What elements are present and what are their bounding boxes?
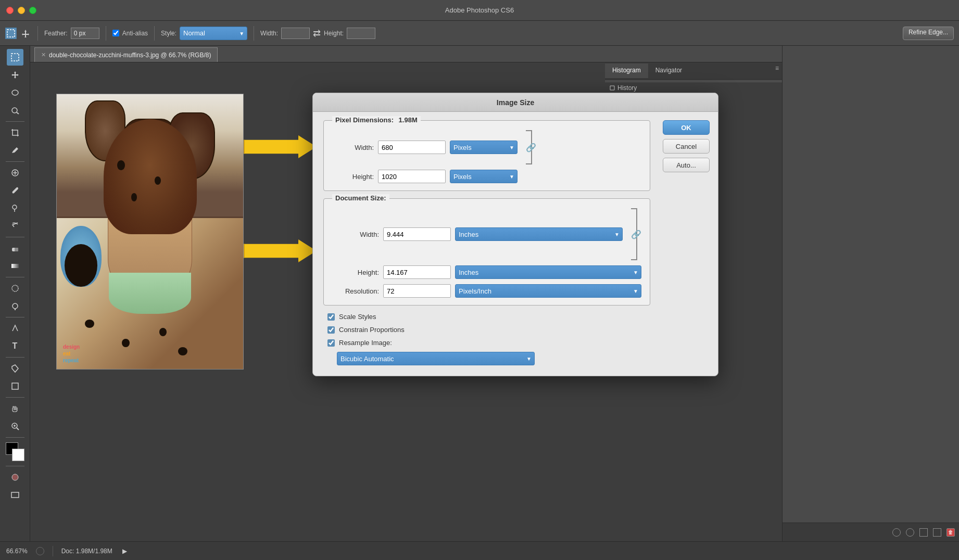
tools-divider-2 (6, 161, 24, 162)
svg-rect-2 (11, 54, 19, 61)
panel-icon-delete[interactable]: 🗑 (947, 528, 955, 537)
blur-tool[interactable] (7, 280, 23, 297)
zoom-status-icon[interactable] (36, 547, 44, 555)
pixel-width-unit-select[interactable]: Pixels Percent (450, 141, 518, 154)
history-label: History (617, 84, 637, 92)
resample-image-label[interactable]: Resample Image: (339, 339, 392, 347)
swap-icon[interactable]: ⇄ (313, 28, 321, 39)
gradient-tool[interactable] (7, 258, 23, 274)
marquee-tool[interactable] (7, 49, 23, 66)
doc-resolution-unit-wrapper[interactable]: Pixels/Inch Pixels/Centimeter (455, 284, 641, 298)
shape-tool[interactable] (7, 378, 23, 394)
constrain-proportions-label[interactable]: Constrain Proportions (339, 326, 405, 334)
marquee-tool-icon[interactable] (5, 28, 17, 39)
link-chain-doc-icon[interactable]: 🔗 (631, 230, 641, 239)
lasso-tool[interactable] (7, 84, 23, 101)
clone-stamp-tool[interactable] (7, 200, 23, 217)
link-bracket-doc: 🔗 (629, 208, 641, 260)
close-button[interactable] (6, 7, 14, 14)
tools-divider-3 (6, 237, 24, 237)
document-tab-bar: ✕ double-chocolate-zucchini-muffins-3.jp… (30, 46, 782, 62)
eraser-tool[interactable] (7, 240, 23, 257)
svg-rect-11 (15, 248, 18, 251)
maximize-button[interactable] (29, 7, 36, 14)
scale-styles-label[interactable]: Scale Styles (339, 313, 376, 321)
feather-input[interactable] (71, 28, 99, 39)
width-label-pixel: Width: (332, 144, 374, 151)
doc-width-unit-select[interactable]: Inches cm mm Points Picas Columns (455, 227, 623, 241)
background-color[interactable] (12, 449, 24, 461)
doc-height-unit-select[interactable]: Inches cm mm (455, 265, 641, 279)
doc-width-input[interactable] (383, 227, 451, 241)
height-input[interactable] (347, 28, 375, 39)
quick-mask-tool[interactable] (7, 469, 23, 486)
watermark-design: design (63, 344, 80, 350)
brush-tool[interactable] (7, 182, 23, 199)
width-input[interactable] (281, 28, 310, 39)
traffic-lights[interactable] (6, 7, 36, 14)
path-select-tool[interactable] (7, 360, 23, 377)
color-swatches[interactable] (6, 442, 24, 461)
link-chain-icon[interactable]: 🔗 (526, 143, 536, 152)
doc-resolution-input[interactable] (383, 284, 451, 298)
pixel-height-unit-wrapper[interactable]: Pixels Percent (450, 170, 518, 183)
minimize-button[interactable] (18, 7, 25, 14)
resample-select-wrapper[interactable]: Bicubic Automatic Bicubic Smoother (enla… (337, 352, 535, 365)
ok-button[interactable]: OK (663, 120, 710, 135)
pixel-width-unit-wrapper[interactable]: Pixels Percent (450, 141, 518, 154)
pixel-width-row: Width: Pixels Percent 🔗 (332, 128, 641, 164)
pixel-height-input[interactable] (378, 170, 446, 183)
document-tab[interactable]: ✕ double-chocolate-zucchini-muffins-3.jp… (34, 47, 218, 62)
resample-method-wrapper[interactable]: Bicubic Automatic Bicubic Smoother (enla… (337, 352, 648, 365)
document-size-legend: Document Size: (332, 194, 389, 202)
screen-mode-tool[interactable] (7, 487, 23, 503)
dodge-tool[interactable] (7, 298, 23, 314)
antialias-checkbox[interactable] (112, 30, 119, 36)
width-label: Width: (260, 30, 278, 37)
hand-tool[interactable] (7, 400, 23, 417)
panel-icon-4[interactable] (933, 528, 941, 537)
histogram-tab[interactable]: Histogram (605, 63, 648, 78)
crop-tool[interactable] (7, 124, 23, 141)
constrain-proportions-checkbox[interactable] (327, 326, 335, 334)
height-label-pixel: Height: (332, 173, 374, 181)
doc-resolution-unit-select[interactable]: Pixels/Inch Pixels/Centimeter (455, 284, 641, 298)
doc-height-unit-wrapper[interactable]: Inches cm mm (455, 265, 641, 279)
pixel-height-row: Height: Pixels Percent (332, 170, 641, 183)
svg-rect-12 (11, 264, 19, 268)
move-tool[interactable] (7, 67, 23, 83)
panel-icon-2[interactable] (906, 528, 914, 537)
cancel-button[interactable]: Cancel (663, 139, 710, 154)
style-select-wrapper[interactable]: Normal (180, 27, 247, 40)
quick-select-tool[interactable] (7, 102, 23, 119)
svg-point-9 (12, 205, 17, 209)
doc-height-input[interactable] (383, 265, 451, 279)
eyedropper-tool[interactable] (7, 142, 23, 159)
zoom-tool[interactable] (7, 418, 23, 435)
height-label: Height: (324, 30, 344, 37)
doc-info-status: Doc: 1.98M/1.98M (61, 548, 112, 555)
panel-icon-1[interactable] (892, 528, 901, 537)
svg-marker-1 (22, 30, 29, 37)
navigator-tab[interactable]: Navigator (648, 63, 689, 78)
auto-button[interactable]: Auto... (663, 158, 710, 172)
pen-tool[interactable] (7, 320, 23, 337)
scale-styles-checkbox[interactable] (327, 313, 335, 321)
pixel-width-input[interactable] (378, 141, 446, 154)
resample-image-checkbox[interactable] (327, 339, 335, 347)
svg-point-3 (12, 90, 18, 95)
panel-icon-3[interactable] (919, 528, 928, 537)
doc-width-unit-wrapper[interactable]: Inches cm mm Points Picas Columns (455, 227, 623, 241)
refine-edge-button[interactable]: Refine Edge... (903, 27, 954, 40)
style-select[interactable]: Normal (180, 27, 247, 40)
panel-options-icon[interactable]: ≡ (775, 65, 779, 72)
play-icon[interactable]: ▶ (121, 547, 129, 555)
resample-select[interactable]: Bicubic Automatic Bicubic Smoother (enla… (337, 352, 535, 365)
pixel-height-unit-select[interactable]: Pixels Percent (450, 170, 518, 183)
history-brush-tool[interactable] (7, 218, 23, 234)
tab-close-icon[interactable]: ✕ (41, 52, 46, 58)
right-panel: 🗑 (782, 46, 959, 541)
move-tool-icon[interactable] (20, 28, 31, 39)
text-tool[interactable]: T (7, 338, 23, 354)
healing-brush-tool[interactable] (7, 164, 23, 181)
